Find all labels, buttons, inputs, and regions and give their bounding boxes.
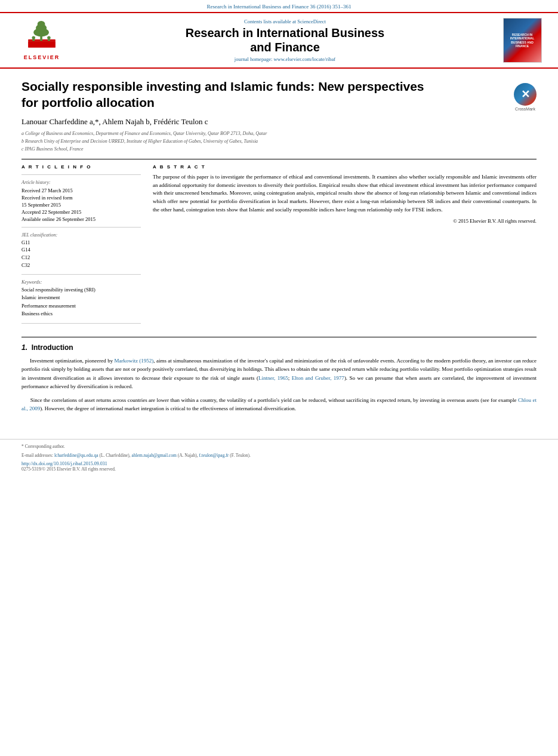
received-revised-date: 15 September 2015 xyxy=(21,202,141,208)
keyword-performance: Performance measurement xyxy=(21,302,141,311)
journal-citation-bar: Research in International Business and F… xyxy=(0,0,558,12)
accepted-date: Accepted 22 September 2015 xyxy=(21,209,141,215)
article-title: Socially responsible investing and Islam… xyxy=(21,78,427,111)
journal-citation: Research in International Business and F… xyxy=(207,4,352,10)
keyword-islamic: Islamic investment xyxy=(21,294,141,302)
page-footer: * Corresponding author. E-mail addresses… xyxy=(0,439,558,472)
footnote-emails: E-mail addresses: lcharfeddine@qu.edu.qa… xyxy=(21,452,537,459)
crossmark-label: CrossMark xyxy=(515,107,535,111)
jel-label: JEL classification: xyxy=(21,232,141,238)
jel-g14: G14 xyxy=(21,246,141,254)
article-info-column: A R T I C L E I N F O Article history: R… xyxy=(21,164,141,328)
divider-jel xyxy=(21,227,141,228)
authors-line: Lanouar Charfeddine a,*, Ahlem Najah b, … xyxy=(21,117,537,127)
journal-homepage: journal homepage: www.elsevier.com/locat… xyxy=(72,56,498,62)
divider-keywords-bottom xyxy=(21,323,141,324)
elsevier-logo: ELSEVIER xyxy=(24,20,60,60)
affiliation-c: c IPAG Business School, France xyxy=(21,146,537,153)
journal-cover-thumbnail: RESEARCH ININTERNATIONALBUSINESS ANDFINA… xyxy=(503,18,542,63)
section-number: 1. xyxy=(21,343,27,352)
affiliations: a College of Business and Economics, Dep… xyxy=(21,130,537,153)
crossmark-logo[interactable]: ✕ xyxy=(514,83,537,106)
divider-intro xyxy=(21,337,537,337)
keyword-sri: Social responsibility investing (SRI) xyxy=(21,286,141,294)
divider-main xyxy=(21,159,537,159)
crossmark-icon: ✕ xyxy=(521,88,530,101)
keyword-ethics: Business ethics xyxy=(21,310,141,318)
divider-keywords xyxy=(21,274,141,275)
received-revised-label: Received in revised form xyxy=(21,195,141,201)
keywords-label: Keywords: xyxy=(21,279,141,285)
svg-point-4 xyxy=(38,21,45,27)
affiliation-a: a College of Business and Economics, Dep… xyxy=(21,130,537,137)
article-info-label: A R T I C L E I N F O xyxy=(21,164,141,170)
jel-g11: G11 xyxy=(21,239,141,247)
svg-rect-9 xyxy=(28,41,56,48)
journal-title: Research in International Business and F… xyxy=(72,26,498,54)
intro-paragraph-2: Since the correlations of asset returns … xyxy=(21,396,537,413)
email2-link[interactable]: ahlem.najah@gmail.com xyxy=(132,453,177,458)
doi-link[interactable]: http://dx.doi.org/10.1016/j.ribaf.2015.0… xyxy=(21,461,107,466)
received-date: Received 27 March 2015 xyxy=(21,188,141,193)
journal-title-center: Contents lists available at ScienceDirec… xyxy=(72,19,498,62)
crossmark-section[interactable]: ✕ CrossMark xyxy=(514,83,537,111)
introduction-section: 1. Introduction Investment optimization,… xyxy=(21,343,537,413)
abstract-column: A B S T R A C T The purpose of this pape… xyxy=(153,164,537,328)
main-content: Socially responsible investing and Islam… xyxy=(0,69,558,427)
journal-header: ELSEVIER Contents lists available at Sci… xyxy=(0,12,558,69)
chlou-link[interactable]: Chlou et al., 2009 xyxy=(21,397,537,411)
journal-cover-right: RESEARCH ININTERNATIONALBUSINESS ANDFINA… xyxy=(498,18,546,63)
abstract-label: A B S T R A C T xyxy=(153,164,537,170)
elton-link[interactable]: Elton and Gruber, 1977 xyxy=(292,375,344,381)
doi-line[interactable]: http://dx.doi.org/10.1016/j.ribaf.2015.0… xyxy=(21,461,537,466)
email1-link[interactable]: lcharfeddine@qu.edu.qa xyxy=(54,453,98,458)
affiliation-b: b Research Unity of Enterprise and Decis… xyxy=(21,138,537,145)
section-name: Introduction xyxy=(32,343,73,352)
abstract-text: The purpose of this paper is to investig… xyxy=(153,173,537,215)
divider-info-top xyxy=(21,174,141,175)
jel-c32: C32 xyxy=(21,262,141,269)
homepage-url[interactable]: www.elsevier.com/locate/ribaf xyxy=(273,56,335,62)
elsevier-text: ELSEVIER xyxy=(24,54,60,60)
section-title: 1. Introduction xyxy=(21,343,537,352)
lintner-link[interactable]: Lintner, 1965 xyxy=(258,375,288,381)
jel-c12: C12 xyxy=(21,254,141,262)
email3-link[interactable]: f.teulon@ipag.fr xyxy=(199,453,229,458)
intro-paragraph-1: Investment optimization, pioneered by Ma… xyxy=(21,357,537,391)
issn-line: 0275-5319/© 2015 Elsevier B.V. All right… xyxy=(21,466,537,472)
article-info-abstract: A R T I C L E I N F O Article history: R… xyxy=(21,164,537,328)
title-row: Socially responsible investing and Islam… xyxy=(21,78,537,117)
sciencedirect-link[interactable]: ScienceDirect xyxy=(297,19,326,24)
history-label: Article history: xyxy=(21,180,141,185)
copyright-text: © 2015 Elsevier B.V. All rights reserved… xyxy=(153,218,537,224)
available-date: Available online 26 September 2015 xyxy=(21,216,141,222)
contents-line: Contents lists available at ScienceDirec… xyxy=(72,19,498,24)
elsevier-tree-icon xyxy=(24,20,60,53)
markowitz-link[interactable]: Markowitz (1952) xyxy=(115,358,154,364)
cover-text: RESEARCH ININTERNATIONALBUSINESS ANDFINA… xyxy=(510,33,534,48)
footnote-corresponding: * Corresponding author. xyxy=(21,443,537,450)
elsevier-logo-section: ELSEVIER xyxy=(12,20,72,60)
